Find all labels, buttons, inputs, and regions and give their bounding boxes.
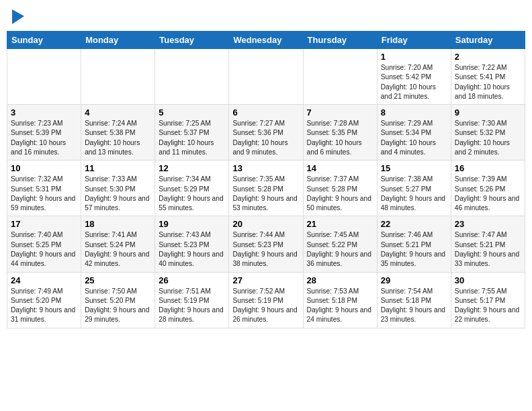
day-cell: 6Sunrise: 7:27 AMSunset: 5:36 PMDaylight…	[229, 105, 303, 161]
day-cell: 3Sunrise: 7:23 AMSunset: 5:39 PMDaylight…	[7, 105, 81, 161]
day-cell: 15Sunrise: 7:38 AMSunset: 5:27 PMDayligh…	[377, 161, 451, 216]
day-number: 17	[11, 219, 77, 229]
day-cell: 26Sunrise: 7:51 AMSunset: 5:19 PMDayligh…	[155, 272, 229, 328]
weekday-friday: Friday	[377, 32, 451, 49]
day-number: 10	[11, 163, 77, 173]
day-info: Sunrise: 7:55 AMSunset: 5:17 PMDaylight:…	[455, 287, 521, 325]
day-number: 14	[307, 163, 373, 173]
day-info: Sunrise: 7:24 AMSunset: 5:38 PMDaylight:…	[85, 119, 151, 157]
day-number: 2	[455, 52, 521, 62]
day-number: 1	[381, 52, 447, 62]
weekday-wednesday: Wednesday	[229, 32, 303, 49]
day-cell: 5Sunrise: 7:25 AMSunset: 5:37 PMDaylight…	[155, 105, 229, 161]
day-info: Sunrise: 7:20 AMSunset: 5:42 PMDaylight:…	[381, 63, 447, 101]
day-number: 22	[381, 219, 447, 229]
day-info: Sunrise: 7:47 AMSunset: 5:21 PMDaylight:…	[455, 230, 521, 269]
day-number: 28	[307, 275, 373, 285]
day-number: 12	[159, 163, 225, 173]
weekday-header-row: SundayMondayTuesdayWednesdayThursdayFrid…	[7, 32, 525, 49]
logo-icon	[12, 9, 24, 24]
day-info: Sunrise: 7:53 AMSunset: 5:18 PMDaylight:…	[307, 287, 373, 325]
day-cell	[229, 49, 303, 105]
day-cell: 22Sunrise: 7:46 AMSunset: 5:21 PMDayligh…	[377, 216, 451, 272]
day-cell: 18Sunrise: 7:41 AMSunset: 5:24 PMDayligh…	[81, 216, 155, 272]
weekday-tuesday: Tuesday	[155, 32, 229, 49]
svg-marker-0	[12, 9, 24, 24]
week-row-1: 3Sunrise: 7:23 AMSunset: 5:39 PMDaylight…	[7, 105, 525, 161]
day-info: Sunrise: 7:54 AMSunset: 5:18 PMDaylight:…	[381, 287, 447, 325]
day-info: Sunrise: 7:46 AMSunset: 5:21 PMDaylight:…	[381, 230, 447, 269]
day-number: 30	[455, 275, 521, 285]
day-number: 26	[159, 275, 225, 285]
day-info: Sunrise: 7:51 AMSunset: 5:19 PMDaylight:…	[159, 287, 225, 325]
week-row-4: 24Sunrise: 7:49 AMSunset: 5:20 PMDayligh…	[7, 272, 525, 328]
day-info: Sunrise: 7:29 AMSunset: 5:34 PMDaylight:…	[381, 119, 447, 157]
day-number: 13	[232, 163, 299, 173]
day-cell: 9Sunrise: 7:30 AMSunset: 5:32 PMDaylight…	[451, 105, 525, 161]
day-info: Sunrise: 7:50 AMSunset: 5:20 PMDaylight:…	[85, 287, 151, 325]
day-info: Sunrise: 7:32 AMSunset: 5:31 PMDaylight:…	[11, 175, 77, 213]
day-info: Sunrise: 7:23 AMSunset: 5:39 PMDaylight:…	[11, 119, 77, 157]
day-number: 24	[11, 275, 77, 285]
day-cell: 2Sunrise: 7:22 AMSunset: 5:41 PMDaylight…	[451, 49, 525, 105]
day-info: Sunrise: 7:37 AMSunset: 5:28 PMDaylight:…	[307, 175, 373, 213]
day-cell: 24Sunrise: 7:49 AMSunset: 5:20 PMDayligh…	[7, 272, 81, 328]
day-cell: 30Sunrise: 7:55 AMSunset: 5:17 PMDayligh…	[451, 272, 525, 328]
day-info: Sunrise: 7:35 AMSunset: 5:28 PMDaylight:…	[232, 175, 299, 213]
day-cell: 13Sunrise: 7:35 AMSunset: 5:28 PMDayligh…	[229, 161, 303, 216]
day-info: Sunrise: 7:43 AMSunset: 5:23 PMDaylight:…	[159, 230, 225, 269]
day-cell: 21Sunrise: 7:45 AMSunset: 5:22 PMDayligh…	[303, 216, 377, 272]
day-cell	[155, 49, 229, 105]
week-row-2: 10Sunrise: 7:32 AMSunset: 5:31 PMDayligh…	[7, 161, 525, 216]
day-cell	[81, 49, 155, 105]
day-info: Sunrise: 7:38 AMSunset: 5:27 PMDaylight:…	[381, 175, 447, 213]
day-cell	[303, 49, 377, 105]
day-cell: 23Sunrise: 7:47 AMSunset: 5:21 PMDayligh…	[451, 216, 525, 272]
day-cell: 4Sunrise: 7:24 AMSunset: 5:38 PMDaylight…	[81, 105, 155, 161]
day-number: 11	[85, 163, 151, 173]
day-number: 5	[159, 107, 225, 118]
day-cell: 20Sunrise: 7:44 AMSunset: 5:23 PMDayligh…	[229, 216, 303, 272]
calendar-table: SundayMondayTuesdayWednesdayThursdayFrid…	[7, 31, 525, 328]
day-number: 6	[232, 107, 299, 118]
day-info: Sunrise: 7:22 AMSunset: 5:41 PMDaylight:…	[455, 63, 521, 101]
day-info: Sunrise: 7:45 AMSunset: 5:22 PMDaylight:…	[307, 230, 373, 269]
day-cell: 29Sunrise: 7:54 AMSunset: 5:18 PMDayligh…	[377, 272, 451, 328]
day-number: 20	[232, 219, 299, 229]
day-cell: 1Sunrise: 7:20 AMSunset: 5:42 PMDaylight…	[377, 49, 451, 105]
week-row-3: 17Sunrise: 7:40 AMSunset: 5:25 PMDayligh…	[7, 216, 525, 272]
page-header	[7, 7, 525, 26]
day-cell	[7, 49, 81, 105]
day-cell: 14Sunrise: 7:37 AMSunset: 5:28 PMDayligh…	[303, 161, 377, 216]
day-cell: 25Sunrise: 7:50 AMSunset: 5:20 PMDayligh…	[81, 272, 155, 328]
logo	[11, 9, 24, 23]
day-number: 15	[381, 163, 447, 173]
day-number: 29	[381, 275, 447, 285]
calendar-body: 1Sunrise: 7:20 AMSunset: 5:42 PMDaylight…	[7, 49, 525, 328]
day-cell: 27Sunrise: 7:52 AMSunset: 5:19 PMDayligh…	[229, 272, 303, 328]
day-number: 25	[85, 275, 151, 285]
day-cell: 17Sunrise: 7:40 AMSunset: 5:25 PMDayligh…	[7, 216, 81, 272]
day-info: Sunrise: 7:40 AMSunset: 5:25 PMDaylight:…	[11, 230, 77, 269]
weekday-sunday: Sunday	[7, 32, 81, 49]
weekday-saturday: Saturday	[451, 32, 525, 49]
day-info: Sunrise: 7:49 AMSunset: 5:20 PMDaylight:…	[11, 287, 77, 325]
day-info: Sunrise: 7:52 AMSunset: 5:19 PMDaylight:…	[232, 287, 299, 325]
day-info: Sunrise: 7:27 AMSunset: 5:36 PMDaylight:…	[232, 119, 299, 157]
day-number: 19	[159, 219, 225, 229]
day-cell: 8Sunrise: 7:29 AMSunset: 5:34 PMDaylight…	[377, 105, 451, 161]
day-number: 27	[232, 275, 299, 285]
day-number: 4	[85, 107, 151, 118]
day-info: Sunrise: 7:34 AMSunset: 5:29 PMDaylight:…	[159, 175, 225, 213]
day-cell: 19Sunrise: 7:43 AMSunset: 5:23 PMDayligh…	[155, 216, 229, 272]
day-number: 9	[455, 107, 521, 118]
logo-text	[11, 9, 24, 26]
day-cell: 10Sunrise: 7:32 AMSunset: 5:31 PMDayligh…	[7, 161, 81, 216]
week-row-0: 1Sunrise: 7:20 AMSunset: 5:42 PMDaylight…	[7, 49, 525, 105]
day-cell: 16Sunrise: 7:39 AMSunset: 5:26 PMDayligh…	[451, 161, 525, 216]
weekday-thursday: Thursday	[303, 32, 377, 49]
day-cell: 12Sunrise: 7:34 AMSunset: 5:29 PMDayligh…	[155, 161, 229, 216]
day-cell: 7Sunrise: 7:28 AMSunset: 5:35 PMDaylight…	[303, 105, 377, 161]
day-info: Sunrise: 7:33 AMSunset: 5:30 PMDaylight:…	[85, 175, 151, 213]
day-info: Sunrise: 7:30 AMSunset: 5:32 PMDaylight:…	[455, 119, 521, 157]
